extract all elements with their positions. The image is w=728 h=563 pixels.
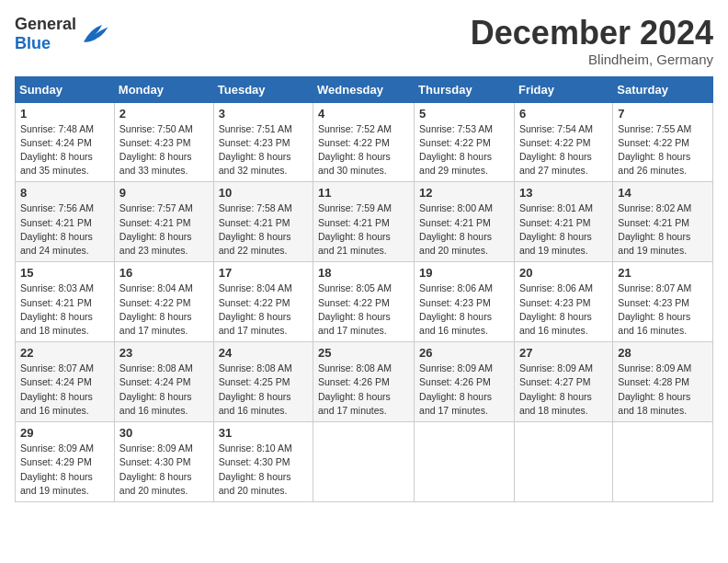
calendar-cell: 30Sunrise: 8:09 AM Sunset: 4:30 PM Dayli… (114, 422, 213, 502)
day-number: 10 (219, 186, 308, 200)
calendar-cell: 22Sunrise: 8:07 AM Sunset: 4:24 PM Dayli… (16, 342, 115, 422)
calendar-week-row: 29Sunrise: 8:09 AM Sunset: 4:29 PM Dayli… (16, 422, 713, 502)
calendar-cell: 1Sunrise: 7:48 AM Sunset: 4:24 PM Daylig… (16, 102, 115, 182)
calendar-week-row: 15Sunrise: 8:03 AM Sunset: 4:21 PM Dayli… (16, 262, 713, 342)
logo-bird-icon (80, 21, 109, 47)
calendar-cell: 18Sunrise: 8:05 AM Sunset: 4:22 PM Dayli… (313, 262, 415, 342)
day-info: Sunrise: 8:01 AM Sunset: 4:21 PM Dayligh… (519, 201, 608, 258)
calendar-cell: 23Sunrise: 8:08 AM Sunset: 4:24 PM Dayli… (114, 342, 213, 422)
day-number: 15 (20, 266, 109, 280)
calendar-cell: 24Sunrise: 8:08 AM Sunset: 4:25 PM Dayli… (213, 342, 313, 422)
calendar-week-row: 8Sunrise: 7:56 AM Sunset: 4:21 PM Daylig… (16, 182, 713, 262)
calendar-cell: 9Sunrise: 7:57 AM Sunset: 4:21 PM Daylig… (114, 182, 213, 262)
day-info: Sunrise: 8:08 AM Sunset: 4:24 PM Dayligh… (119, 362, 209, 418)
weekday-header-row: SundayMondayTuesdayWednesdayThursdayFrid… (16, 76, 713, 102)
day-number: 19 (419, 266, 509, 280)
calendar-cell: 7Sunrise: 7:55 AM Sunset: 4:22 PM Daylig… (613, 102, 713, 182)
day-info: Sunrise: 8:09 AM Sunset: 4:26 PM Dayligh… (419, 362, 509, 418)
day-info: Sunrise: 7:57 AM Sunset: 4:21 PM Dayligh… (119, 201, 209, 258)
day-number: 16 (119, 266, 209, 280)
day-number: 26 (419, 346, 509, 360)
calendar-cell: 28Sunrise: 8:09 AM Sunset: 4:28 PM Dayli… (613, 342, 713, 422)
day-number: 8 (20, 186, 109, 200)
calendar-cell: 6Sunrise: 7:54 AM Sunset: 4:22 PM Daylig… (514, 102, 612, 182)
day-number: 20 (519, 266, 608, 280)
day-info: Sunrise: 7:58 AM Sunset: 4:21 PM Dayligh… (219, 201, 308, 258)
calendar-week-row: 1Sunrise: 7:48 AM Sunset: 4:24 PM Daylig… (16, 102, 713, 182)
calendar-week-row: 22Sunrise: 8:07 AM Sunset: 4:24 PM Dayli… (16, 342, 713, 422)
calendar-cell (514, 422, 612, 502)
day-number: 25 (318, 346, 409, 360)
day-number: 3 (219, 107, 308, 121)
calendar-cell: 17Sunrise: 8:04 AM Sunset: 4:22 PM Dayli… (213, 262, 313, 342)
day-number: 2 (119, 107, 209, 121)
logo-general-text: General (15, 15, 76, 33)
title-block: December 2024 Blindheim, Germany (471, 15, 713, 67)
day-info: Sunrise: 8:06 AM Sunset: 4:23 PM Dayligh… (419, 282, 509, 338)
calendar-cell: 14Sunrise: 8:02 AM Sunset: 4:21 PM Dayli… (613, 182, 713, 262)
calendar-cell: 20Sunrise: 8:06 AM Sunset: 4:23 PM Dayli… (514, 262, 612, 342)
calendar-cell (313, 422, 415, 502)
logo: General Blue (15, 15, 109, 53)
day-info: Sunrise: 7:59 AM Sunset: 4:21 PM Dayligh… (318, 201, 409, 258)
day-info: Sunrise: 8:05 AM Sunset: 4:22 PM Dayligh… (318, 282, 409, 338)
day-info: Sunrise: 8:02 AM Sunset: 4:21 PM Dayligh… (618, 201, 708, 258)
calendar-cell: 5Sunrise: 7:53 AM Sunset: 4:22 PM Daylig… (415, 102, 515, 182)
calendar-cell: 12Sunrise: 8:00 AM Sunset: 4:21 PM Dayli… (415, 182, 515, 262)
day-info: Sunrise: 8:03 AM Sunset: 4:21 PM Dayligh… (20, 282, 109, 338)
day-number: 5 (419, 107, 509, 121)
calendar-table: SundayMondayTuesdayWednesdayThursdayFrid… (15, 76, 713, 502)
calendar-cell: 26Sunrise: 8:09 AM Sunset: 4:26 PM Dayli… (415, 342, 515, 422)
calendar-cell: 15Sunrise: 8:03 AM Sunset: 4:21 PM Dayli… (16, 262, 115, 342)
month-title: December 2024 (471, 15, 713, 52)
day-info: Sunrise: 8:08 AM Sunset: 4:26 PM Dayligh… (318, 362, 409, 418)
calendar-cell: 4Sunrise: 7:52 AM Sunset: 4:22 PM Daylig… (313, 102, 415, 182)
day-info: Sunrise: 7:54 AM Sunset: 4:22 PM Dayligh… (519, 122, 608, 178)
calendar-cell: 29Sunrise: 8:09 AM Sunset: 4:29 PM Dayli… (16, 422, 115, 502)
day-number: 27 (519, 346, 608, 360)
day-info: Sunrise: 7:52 AM Sunset: 4:22 PM Dayligh… (318, 122, 409, 178)
day-number: 1 (20, 107, 109, 121)
calendar-cell (415, 422, 515, 502)
day-number: 7 (618, 107, 708, 121)
day-number: 31 (219, 426, 308, 440)
day-number: 4 (318, 107, 409, 121)
day-info: Sunrise: 7:48 AM Sunset: 4:24 PM Dayligh… (20, 122, 109, 178)
day-info: Sunrise: 8:00 AM Sunset: 4:21 PM Dayligh… (419, 201, 509, 258)
weekday-header-tuesday: Tuesday (213, 76, 313, 102)
day-info: Sunrise: 8:09 AM Sunset: 4:30 PM Dayligh… (119, 442, 209, 498)
calendar-cell: 3Sunrise: 7:51 AM Sunset: 4:23 PM Daylig… (213, 102, 313, 182)
day-info: Sunrise: 7:50 AM Sunset: 4:23 PM Dayligh… (119, 122, 209, 178)
day-number: 28 (618, 346, 708, 360)
day-number: 22 (20, 346, 109, 360)
calendar-cell: 11Sunrise: 7:59 AM Sunset: 4:21 PM Dayli… (313, 182, 415, 262)
calendar-cell: 21Sunrise: 8:07 AM Sunset: 4:23 PM Dayli… (613, 262, 713, 342)
day-info: Sunrise: 8:07 AM Sunset: 4:24 PM Dayligh… (20, 362, 109, 418)
day-info: Sunrise: 8:04 AM Sunset: 4:22 PM Dayligh… (219, 282, 308, 338)
day-info: Sunrise: 7:51 AM Sunset: 4:23 PM Dayligh… (219, 122, 308, 178)
day-info: Sunrise: 8:09 AM Sunset: 4:28 PM Dayligh… (618, 362, 708, 418)
day-info: Sunrise: 8:07 AM Sunset: 4:23 PM Dayligh… (618, 282, 708, 338)
day-number: 23 (119, 346, 209, 360)
calendar-cell: 31Sunrise: 8:10 AM Sunset: 4:30 PM Dayli… (213, 422, 313, 502)
day-info: Sunrise: 7:53 AM Sunset: 4:22 PM Dayligh… (419, 122, 509, 178)
calendar-cell: 25Sunrise: 8:08 AM Sunset: 4:26 PM Dayli… (313, 342, 415, 422)
day-number: 13 (519, 186, 608, 200)
day-info: Sunrise: 8:08 AM Sunset: 4:25 PM Dayligh… (219, 362, 308, 418)
day-number: 30 (119, 426, 209, 440)
day-number: 17 (219, 266, 308, 280)
day-info: Sunrise: 8:09 AM Sunset: 4:27 PM Dayligh… (519, 362, 608, 418)
calendar-cell: 19Sunrise: 8:06 AM Sunset: 4:23 PM Dayli… (415, 262, 515, 342)
weekday-header-monday: Monday (114, 76, 213, 102)
day-number: 14 (618, 186, 708, 200)
weekday-header-friday: Friday (514, 76, 612, 102)
calendar-cell: 10Sunrise: 7:58 AM Sunset: 4:21 PM Dayli… (213, 182, 313, 262)
day-number: 12 (419, 186, 509, 200)
calendar-cell: 27Sunrise: 8:09 AM Sunset: 4:27 PM Dayli… (514, 342, 612, 422)
day-number: 29 (20, 426, 109, 440)
day-number: 21 (618, 266, 708, 280)
calendar-cell: 8Sunrise: 7:56 AM Sunset: 4:21 PM Daylig… (16, 182, 115, 262)
day-info: Sunrise: 8:09 AM Sunset: 4:29 PM Dayligh… (20, 442, 109, 498)
day-number: 11 (318, 186, 409, 200)
page-header: General Blue December 2024 Blindheim, Ge… (15, 15, 713, 67)
